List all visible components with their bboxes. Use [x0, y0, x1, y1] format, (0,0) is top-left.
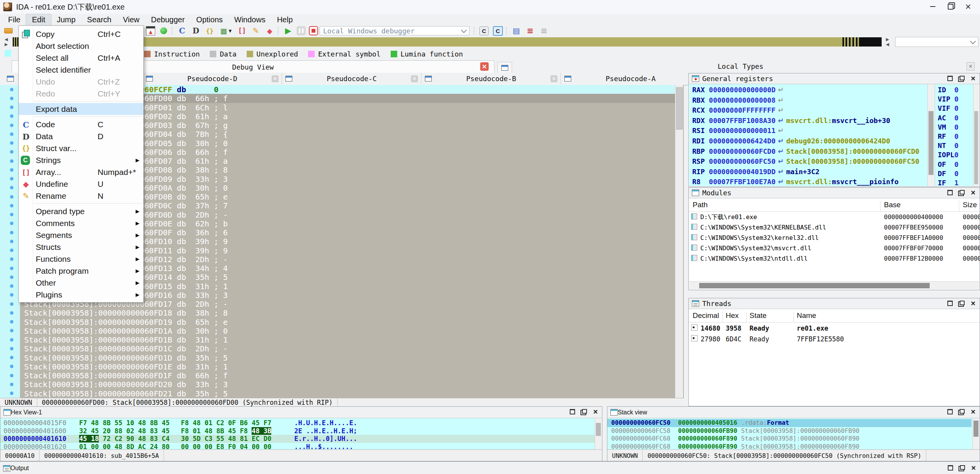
menu-item-segments[interactable]: Segments▶: [19, 229, 143, 241]
nav-band-left-icon[interactable]: ◀: [886, 42, 889, 47]
tab-close-icon[interactable]: ✕: [480, 62, 489, 71]
module-row[interactable]: D:\下载\re01.exe0000000000400000000000: [689, 212, 980, 222]
tab-close-icon[interactable]: ✕: [272, 75, 279, 82]
hex-scrollbar[interactable]: [595, 418, 602, 449]
nav-left-icon[interactable]: ◀: [5, 37, 8, 42]
debugger-select[interactable]: Local Windows debugger: [320, 26, 469, 35]
breakpoint-dot-icon[interactable]: [10, 222, 13, 225]
breakpoint-dot-icon[interactable]: [10, 150, 13, 154]
menu-item-struct-var[interactable]: Struct var...: [19, 142, 143, 154]
menubar-item-file[interactable]: File: [2, 14, 26, 25]
pause-icon[interactable]: [297, 26, 306, 35]
breakpoint-dot-icon[interactable]: [10, 177, 13, 181]
module-row[interactable]: C:\WINDOWS\System32\kernel32.dll00007FFB…: [689, 233, 980, 243]
menu-item-patch-program[interactable]: Patch program▶: [19, 265, 143, 277]
stack-row[interactable]: 000000000060FC60000000000060F890Stack[00…: [607, 435, 980, 443]
hex-row[interactable]: 000000000040161045 18 72 C2 90 48 83 C43…: [0, 435, 602, 443]
flag-row-df[interactable]: DF 0: [935, 170, 973, 179]
close-button[interactable]: ×: [959, 0, 977, 13]
listing-line[interactable]: Stack[00003958]:000000000060FD1D db 35h …: [20, 353, 675, 362]
tab-close-icon[interactable]: ✕: [411, 75, 418, 82]
breakpoint-dot-icon[interactable]: [10, 329, 13, 333]
breakpoint-dot-icon[interactable]: [10, 258, 13, 261]
menubar-item-options[interactable]: Options: [191, 14, 229, 25]
menubar-item-jump[interactable]: Jump: [51, 14, 81, 25]
menu-item-structs[interactable]: Structs▶: [19, 241, 143, 253]
flag-row-ac[interactable]: AC 0: [935, 114, 973, 123]
stack-row[interactable]: 000000000060FC58000000000060FB90Stack[00…: [607, 427, 980, 435]
minimize-button[interactable]: [924, 0, 942, 13]
breakpoint-dot-icon[interactable]: [10, 168, 13, 171]
menubar-item-edit[interactable]: Edit: [26, 14, 51, 25]
output-panel-header[interactable]: Output ×: [0, 461, 980, 474]
flag-row-nt[interactable]: NT 0: [935, 141, 973, 151]
register-value[interactable]: 00000000006424D0: [709, 137, 775, 145]
menu-item-abort-selection[interactable]: Abort selection: [19, 40, 143, 52]
column-name[interactable]: Name: [797, 311, 816, 320]
module-row[interactable]: C:\WINDOWS\System32\KERNELBASE.dll00007F…: [689, 222, 980, 233]
float-panel-icon[interactable]: [580, 408, 588, 416]
breakpoint-dot-icon[interactable]: [10, 275, 13, 279]
menu-item-array[interactable]: Array...Numpad+*: [19, 166, 143, 178]
breakpoint-dot-icon[interactable]: [10, 249, 13, 252]
column-path[interactable]: Path: [693, 201, 708, 209]
breakpoint-dot-icon[interactable]: [10, 213, 13, 216]
float-panel-icon[interactable]: [957, 408, 966, 416]
menu-item-operand-type[interactable]: Operand type▶: [19, 205, 143, 217]
jump-arrow-icon[interactable]: ↵: [776, 178, 786, 186]
close-panel-icon[interactable]: ×: [969, 299, 977, 307]
menu-item-functions[interactable]: Functions▶: [19, 253, 143, 265]
stack-dump[interactable]: 000000000060FC500000000000405016.rdata:F…: [607, 418, 980, 449]
menubar-item-windows[interactable]: Windows: [229, 14, 271, 25]
breakpoint-dot-icon[interactable]: [10, 96, 13, 100]
breakpoint-dot-icon[interactable]: [10, 347, 13, 350]
registers-scrollbar[interactable]: [927, 84, 935, 186]
flag-row-iopl[interactable]: IOPL0: [935, 151, 973, 160]
column-state[interactable]: State: [750, 311, 766, 320]
jump-arrow-icon[interactable]: ↵: [776, 137, 786, 145]
breakpoint-dot-icon[interactable]: [10, 132, 13, 136]
thread-row[interactable]: 146803958Readyre01.exe: [689, 323, 980, 333]
breakpoint-dot-icon[interactable]: [10, 115, 13, 118]
data-icon[interactable]: [191, 26, 201, 36]
close-panel-icon[interactable]: ×: [969, 75, 977, 82]
menubar-item-search[interactable]: Search: [81, 14, 117, 25]
flag-row-vif[interactable]: VIF 0: [935, 104, 973, 113]
column-base[interactable]: Base: [884, 201, 900, 209]
jump-arrow-icon[interactable]: ↵: [776, 147, 786, 155]
menu-item-data[interactable]: DataD: [19, 130, 143, 142]
breakpoint-dot-icon[interactable]: [10, 383, 13, 386]
undefine-icon[interactable]: [264, 26, 275, 36]
breakpoint-dot-icon[interactable]: [10, 266, 13, 270]
menu-item-other[interactable]: Other▶: [19, 277, 143, 289]
jump-arrow-icon[interactable]: ↵: [776, 126, 786, 135]
listing-line[interactable]: Stack[00003958]:000000000060FD19 db 65h …: [20, 318, 675, 326]
column-size[interactable]: Size: [963, 201, 977, 209]
breakpoint-dot-icon[interactable]: [10, 231, 13, 234]
breakpoint-dot-icon[interactable]: [10, 365, 13, 368]
remove-breakpoints-disabled-icon[interactable]: [539, 26, 549, 36]
flag-row-vm[interactable]: VM 0: [935, 123, 973, 132]
register-value[interactable]: 000000000000000D: [709, 86, 775, 94]
close-panel-icon[interactable]: ×: [969, 189, 977, 196]
register-value[interactable]: 00000000FFFFFFFF: [709, 106, 775, 114]
breakpoint-dot-icon[interactable]: [10, 186, 13, 190]
breakpoint-dot-icon[interactable]: [10, 356, 13, 359]
nav-band-right-icon[interactable]: ▶: [886, 37, 889, 42]
breakpoint-dot-icon[interactable]: [10, 374, 13, 377]
jump-arrow-icon[interactable]: ↵: [776, 86, 786, 94]
breakpoint-dot-icon[interactable]: [10, 141, 13, 145]
thread-row[interactable]: 279806D4CReady7FFBF12E5580: [689, 333, 980, 344]
call-stack-icon[interactable]: [511, 26, 522, 36]
grid-dropdown-icon[interactable]: [218, 26, 234, 36]
menu-item-undefine[interactable]: UndefineU: [19, 178, 143, 190]
flag-row-rf[interactable]: RF 0: [935, 132, 973, 141]
register-value[interactable]: 00007FFBF100E7A0: [709, 178, 775, 186]
tab-pseudocode-c[interactable]: Pseudocode-C✕: [282, 73, 421, 85]
menu-item-rename[interactable]: RenameN: [19, 190, 143, 202]
stack-row[interactable]: 000000000060FC68000000000060F890Stack[00…: [607, 443, 980, 450]
float-panel-icon[interactable]: [957, 189, 966, 196]
rename-icon[interactable]: [250, 26, 261, 36]
listing-line[interactable]: Stack[00003958]:000000000060FD21 db 35h …: [20, 389, 675, 398]
menu-item-code[interactable]: CodeC: [19, 118, 143, 130]
